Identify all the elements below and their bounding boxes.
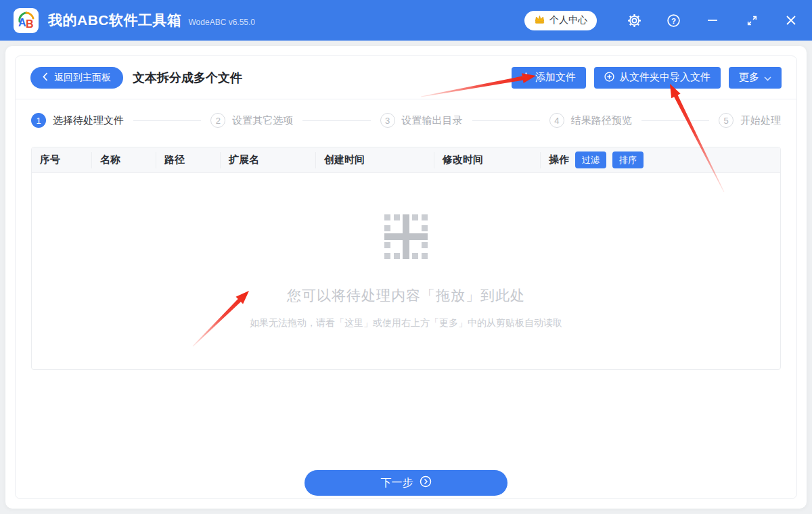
next-step-button[interactable]: 下一步: [304, 470, 508, 496]
add-files-label: 添加文件: [535, 71, 576, 84]
wizard-steps: 1 选择待处理文件 2 设置其它选项 3 设置输出目录 4 结果路径预览 5 开…: [16, 99, 796, 141]
page-header: 返回到主面板 文本拆分成多个文件 添加文件: [16, 56, 796, 99]
spacer: [16, 370, 796, 470]
svg-text:B: B: [26, 18, 34, 30]
file-table: 序号 名称 路径 扩展名 创建时间 修改时间 操作 过滤 排序: [31, 147, 781, 370]
drop-target-icon: [381, 213, 431, 263]
column-header-ext: 扩展名: [221, 152, 316, 168]
filter-button[interactable]: 过滤: [575, 151, 606, 168]
app-title: 我的ABC软件工具箱: [48, 11, 182, 30]
plus-icon: [522, 72, 531, 83]
step-4-preview: 4 结果路径预览: [549, 113, 632, 128]
step-2-options: 2 设置其它选项: [210, 113, 293, 128]
step-5-label: 开始处理: [740, 114, 781, 127]
step-2-label: 设置其它选项: [232, 114, 293, 127]
column-header-modified: 修改时间: [434, 152, 541, 168]
dropzone[interactable]: 您可以将待处理内容「拖放」到此处 如果无法拖动，请看「这里」或使用右上方「更多」…: [32, 173, 780, 369]
step-5-process: 5 开始处理: [719, 113, 781, 128]
step-3-label: 设置输出目录: [402, 114, 463, 127]
main-panel: 返回到主面板 文本拆分成多个文件 添加文件: [5, 46, 807, 509]
column-header-created: 创建时间: [316, 152, 434, 168]
minimize-icon[interactable]: [705, 13, 720, 28]
step-connector: [472, 120, 540, 121]
user-center-button[interactable]: 个人中心: [524, 11, 597, 30]
svg-text:?: ?: [671, 16, 675, 24]
help-icon[interactable]: ?: [666, 13, 681, 28]
more-button-label: 更多: [739, 71, 759, 84]
more-button[interactable]: 更多: [729, 67, 782, 89]
column-header-path: 路径: [156, 152, 221, 168]
column-header-actions: 操作 过滤 排序: [541, 152, 780, 168]
step-connector: [302, 120, 370, 121]
chevron-left-icon: [43, 72, 48, 83]
page-title: 文本拆分成多个文件: [133, 70, 242, 86]
sort-button[interactable]: 排序: [612, 151, 644, 168]
step-1-label: 选择待处理文件: [53, 114, 124, 127]
step-5-number: 5: [719, 113, 734, 128]
titlebar: A B 我的ABC软件工具箱 WodeABC v6.55.0 个人中心: [0, 0, 812, 41]
close-icon[interactable]: [784, 13, 798, 28]
back-to-dashboard-button[interactable]: 返回到主面板: [30, 67, 123, 89]
step-4-label: 结果路径预览: [571, 114, 632, 127]
add-files-button[interactable]: 添加文件: [512, 67, 586, 89]
column-header-index: 序号: [32, 152, 92, 168]
step-3-number: 3: [380, 113, 395, 128]
app-version: WodeABC v6.55.0: [189, 18, 256, 27]
file-table-header: 序号 名称 路径 扩展名 创建时间 修改时间 操作 过滤 排序: [32, 147, 780, 173]
user-center-label: 个人中心: [549, 14, 587, 26]
settings-gear-icon[interactable]: [627, 13, 641, 28]
step-3-output-dir: 3 设置输出目录: [380, 113, 463, 128]
actions-header-label: 操作: [549, 154, 569, 166]
dropzone-subtitle: 如果无法拖动，请看「这里」或使用右上方「更多」中的从剪贴板自动读取: [250, 317, 562, 329]
step-connector: [133, 120, 201, 121]
next-step-label: 下一步: [381, 476, 413, 490]
circle-arrow-right-icon: [420, 475, 432, 490]
crown-icon: [534, 14, 545, 26]
column-header-name: 名称: [92, 152, 156, 168]
back-button-label: 返回到主面板: [54, 72, 111, 84]
dropzone-title: 您可以将待处理内容「拖放」到此处: [287, 286, 525, 305]
step-1-select-files: 1 选择待处理文件: [31, 113, 124, 128]
maximize-icon[interactable]: [744, 13, 759, 28]
step-1-number: 1: [31, 113, 46, 128]
chevron-down-icon: [764, 72, 771, 83]
import-from-folder-label: 从文件夹中导入文件: [619, 71, 710, 84]
import-from-folder-button[interactable]: 从文件夹中导入文件: [594, 67, 721, 89]
step-4-number: 4: [549, 113, 564, 128]
circle-plus-icon: [604, 72, 614, 84]
step-connector: [641, 120, 709, 121]
content-card: 返回到主面板 文本拆分成多个文件 添加文件: [15, 55, 797, 499]
step-2-number: 2: [210, 113, 225, 128]
app-logo-icon: A B: [14, 8, 39, 33]
